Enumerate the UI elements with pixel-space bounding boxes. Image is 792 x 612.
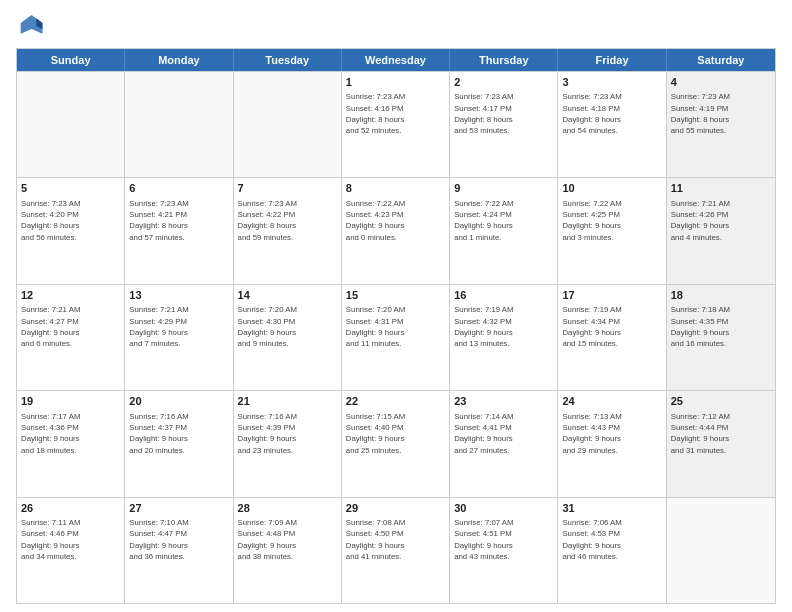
day-info: Sunrise: 7:06 AMSunset: 4:53 PMDaylight:… (562, 517, 661, 562)
day-number: 15 (346, 288, 445, 303)
cal-cell-15: 15Sunrise: 7:20 AMSunset: 4:31 PMDayligh… (342, 285, 450, 390)
day-info: Sunrise: 7:23 AMSunset: 4:20 PMDaylight:… (21, 198, 120, 243)
day-info: Sunrise: 7:18 AMSunset: 4:35 PMDaylight:… (671, 304, 771, 349)
day-info: Sunrise: 7:16 AMSunset: 4:37 PMDaylight:… (129, 411, 228, 456)
cal-header-monday: Monday (125, 49, 233, 71)
day-number: 20 (129, 394, 228, 409)
cal-cell-empty-0-1 (125, 72, 233, 177)
cal-cell-empty-0-0 (17, 72, 125, 177)
cal-header-thursday: Thursday (450, 49, 558, 71)
cal-cell-9: 9Sunrise: 7:22 AMSunset: 4:24 PMDaylight… (450, 178, 558, 283)
header (16, 12, 776, 40)
day-info: Sunrise: 7:08 AMSunset: 4:50 PMDaylight:… (346, 517, 445, 562)
day-number: 5 (21, 181, 120, 196)
day-number: 25 (671, 394, 771, 409)
cal-cell-6: 6Sunrise: 7:23 AMSunset: 4:21 PMDaylight… (125, 178, 233, 283)
cal-cell-3: 3Sunrise: 7:23 AMSunset: 4:18 PMDaylight… (558, 72, 666, 177)
day-info: Sunrise: 7:23 AMSunset: 4:18 PMDaylight:… (562, 91, 661, 136)
cal-cell-12: 12Sunrise: 7:21 AMSunset: 4:27 PMDayligh… (17, 285, 125, 390)
day-info: Sunrise: 7:19 AMSunset: 4:32 PMDaylight:… (454, 304, 553, 349)
cal-cell-27: 27Sunrise: 7:10 AMSunset: 4:47 PMDayligh… (125, 498, 233, 603)
logo (16, 12, 48, 40)
cal-cell-5: 5Sunrise: 7:23 AMSunset: 4:20 PMDaylight… (17, 178, 125, 283)
day-info: Sunrise: 7:09 AMSunset: 4:48 PMDaylight:… (238, 517, 337, 562)
day-info: Sunrise: 7:20 AMSunset: 4:30 PMDaylight:… (238, 304, 337, 349)
cal-header-saturday: Saturday (667, 49, 775, 71)
day-number: 2 (454, 75, 553, 90)
cal-week-3: 12Sunrise: 7:21 AMSunset: 4:27 PMDayligh… (17, 284, 775, 390)
day-number: 16 (454, 288, 553, 303)
day-number: 24 (562, 394, 661, 409)
day-number: 8 (346, 181, 445, 196)
cal-cell-30: 30Sunrise: 7:07 AMSunset: 4:51 PMDayligh… (450, 498, 558, 603)
day-info: Sunrise: 7:17 AMSunset: 4:36 PMDaylight:… (21, 411, 120, 456)
cal-header-tuesday: Tuesday (234, 49, 342, 71)
page: SundayMondayTuesdayWednesdayThursdayFrid… (0, 0, 792, 612)
day-info: Sunrise: 7:23 AMSunset: 4:16 PMDaylight:… (346, 91, 445, 136)
day-info: Sunrise: 7:11 AMSunset: 4:46 PMDaylight:… (21, 517, 120, 562)
day-number: 29 (346, 501, 445, 516)
cal-week-5: 26Sunrise: 7:11 AMSunset: 4:46 PMDayligh… (17, 497, 775, 603)
cal-cell-empty-0-2 (234, 72, 342, 177)
cal-cell-26: 26Sunrise: 7:11 AMSunset: 4:46 PMDayligh… (17, 498, 125, 603)
cal-cell-2: 2Sunrise: 7:23 AMSunset: 4:17 PMDaylight… (450, 72, 558, 177)
day-number: 28 (238, 501, 337, 516)
day-number: 18 (671, 288, 771, 303)
general-blue-logo-icon (16, 12, 44, 40)
day-number: 1 (346, 75, 445, 90)
cal-cell-17: 17Sunrise: 7:19 AMSunset: 4:34 PMDayligh… (558, 285, 666, 390)
day-number: 31 (562, 501, 661, 516)
day-number: 13 (129, 288, 228, 303)
day-number: 27 (129, 501, 228, 516)
day-number: 30 (454, 501, 553, 516)
day-number: 12 (21, 288, 120, 303)
day-info: Sunrise: 7:16 AMSunset: 4:39 PMDaylight:… (238, 411, 337, 456)
cal-cell-28: 28Sunrise: 7:09 AMSunset: 4:48 PMDayligh… (234, 498, 342, 603)
cal-cell-29: 29Sunrise: 7:08 AMSunset: 4:50 PMDayligh… (342, 498, 450, 603)
cal-cell-empty-4-6 (667, 498, 775, 603)
day-number: 4 (671, 75, 771, 90)
day-number: 3 (562, 75, 661, 90)
cal-cell-1: 1Sunrise: 7:23 AMSunset: 4:16 PMDaylight… (342, 72, 450, 177)
cal-cell-24: 24Sunrise: 7:13 AMSunset: 4:43 PMDayligh… (558, 391, 666, 496)
day-info: Sunrise: 7:19 AMSunset: 4:34 PMDaylight:… (562, 304, 661, 349)
day-info: Sunrise: 7:23 AMSunset: 4:22 PMDaylight:… (238, 198, 337, 243)
day-number: 19 (21, 394, 120, 409)
calendar-body: 1Sunrise: 7:23 AMSunset: 4:16 PMDaylight… (17, 71, 775, 603)
cal-week-1: 1Sunrise: 7:23 AMSunset: 4:16 PMDaylight… (17, 71, 775, 177)
day-info: Sunrise: 7:12 AMSunset: 4:44 PMDaylight:… (671, 411, 771, 456)
cal-cell-8: 8Sunrise: 7:22 AMSunset: 4:23 PMDaylight… (342, 178, 450, 283)
day-info: Sunrise: 7:23 AMSunset: 4:19 PMDaylight:… (671, 91, 771, 136)
day-info: Sunrise: 7:20 AMSunset: 4:31 PMDaylight:… (346, 304, 445, 349)
cal-cell-23: 23Sunrise: 7:14 AMSunset: 4:41 PMDayligh… (450, 391, 558, 496)
day-info: Sunrise: 7:07 AMSunset: 4:51 PMDaylight:… (454, 517, 553, 562)
day-info: Sunrise: 7:23 AMSunset: 4:17 PMDaylight:… (454, 91, 553, 136)
cal-header-wednesday: Wednesday (342, 49, 450, 71)
day-info: Sunrise: 7:23 AMSunset: 4:21 PMDaylight:… (129, 198, 228, 243)
day-info: Sunrise: 7:22 AMSunset: 4:25 PMDaylight:… (562, 198, 661, 243)
calendar-header-row: SundayMondayTuesdayWednesdayThursdayFrid… (17, 49, 775, 71)
cal-cell-7: 7Sunrise: 7:23 AMSunset: 4:22 PMDaylight… (234, 178, 342, 283)
day-number: 17 (562, 288, 661, 303)
day-info: Sunrise: 7:21 AMSunset: 4:29 PMDaylight:… (129, 304, 228, 349)
cal-cell-20: 20Sunrise: 7:16 AMSunset: 4:37 PMDayligh… (125, 391, 233, 496)
day-info: Sunrise: 7:10 AMSunset: 4:47 PMDaylight:… (129, 517, 228, 562)
cal-cell-22: 22Sunrise: 7:15 AMSunset: 4:40 PMDayligh… (342, 391, 450, 496)
day-info: Sunrise: 7:22 AMSunset: 4:23 PMDaylight:… (346, 198, 445, 243)
cal-cell-21: 21Sunrise: 7:16 AMSunset: 4:39 PMDayligh… (234, 391, 342, 496)
day-info: Sunrise: 7:21 AMSunset: 4:27 PMDaylight:… (21, 304, 120, 349)
cal-week-4: 19Sunrise: 7:17 AMSunset: 4:36 PMDayligh… (17, 390, 775, 496)
day-number: 22 (346, 394, 445, 409)
day-number: 6 (129, 181, 228, 196)
day-number: 10 (562, 181, 661, 196)
day-info: Sunrise: 7:14 AMSunset: 4:41 PMDaylight:… (454, 411, 553, 456)
day-number: 9 (454, 181, 553, 196)
day-number: 23 (454, 394, 553, 409)
calendar: SundayMondayTuesdayWednesdayThursdayFrid… (16, 48, 776, 604)
day-info: Sunrise: 7:22 AMSunset: 4:24 PMDaylight:… (454, 198, 553, 243)
day-info: Sunrise: 7:21 AMSunset: 4:26 PMDaylight:… (671, 198, 771, 243)
cal-cell-11: 11Sunrise: 7:21 AMSunset: 4:26 PMDayligh… (667, 178, 775, 283)
day-number: 11 (671, 181, 771, 196)
cal-cell-14: 14Sunrise: 7:20 AMSunset: 4:30 PMDayligh… (234, 285, 342, 390)
day-number: 7 (238, 181, 337, 196)
